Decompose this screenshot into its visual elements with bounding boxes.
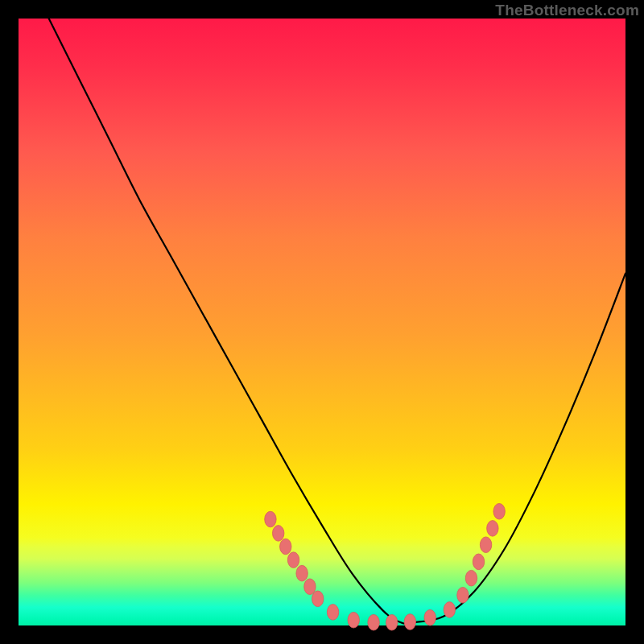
curve-marker	[273, 526, 284, 542]
curve-marker	[465, 570, 477, 586]
curve-marker	[304, 579, 316, 595]
chart-svg	[0, 0, 644, 644]
curve-marker	[480, 537, 491, 553]
curve-marker	[424, 609, 436, 625]
curve-marker	[327, 605, 338, 621]
curve-marker	[404, 614, 415, 630]
curve-marker	[444, 602, 455, 618]
curve-marker	[473, 554, 484, 570]
curve-marker	[457, 588, 469, 604]
bottleneck-curve	[49, 19, 625, 624]
curve-marker	[348, 612, 359, 628]
curve-marker	[296, 565, 308, 581]
curve-marker	[265, 511, 276, 527]
curve-marker	[287, 552, 299, 568]
curve-marker	[312, 591, 324, 607]
watermark-text: TheBottleneck.com	[495, 2, 639, 19]
curve-marker	[386, 614, 398, 630]
curve-marker	[493, 503, 505, 519]
curve-marker	[487, 521, 498, 537]
curve-marker	[368, 614, 379, 630]
curve-marker	[280, 539, 291, 555]
